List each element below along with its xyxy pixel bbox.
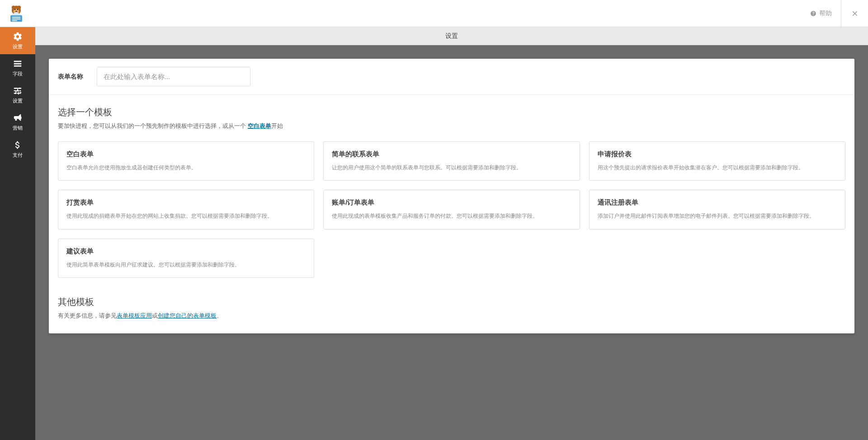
svg-point-6 [15,11,17,12]
template-title: 建议表单 [66,247,306,256]
template-card-contact[interactable]: 简单的联系表单 让您的用户使用这个简单的联系表单与您联系。可以根据需要添加和删除… [323,141,580,181]
template-card-quote[interactable]: 申请报价表 用这个预先提出的请求报价表单开始收集潜在客户。您可以根据需要添加和删… [589,141,845,181]
svg-point-4 [14,9,16,10]
form-name-label: 表单名称 [58,73,83,81]
template-title: 账单/订单表单 [332,198,571,207]
sidebar-item-fields[interactable]: 字段 [0,54,35,81]
svg-point-13 [19,87,21,89]
svg-rect-8 [12,17,20,18]
template-desc: 用这个预先提出的请求报价表单开始收集潜在客户。您可以根据需要添加和删除字段。 [598,163,837,172]
template-title: 简单的联系表单 [332,150,571,159]
template-card-donation[interactable]: 打赏表单 使用此现成的捐赠表单开始在您的网站上收集捐款。您可以根据需要添加和删除… [58,190,314,229]
template-card-newsletter[interactable]: 通讯注册表单 添加订户并使用此邮件订阅表单增加您的电子邮件列表。您可以根据需要添… [589,190,845,229]
template-desc: 使用此简单表单模板向用户征求建议。您可以根据需要添加和删除字段。 [66,260,306,269]
sidebar-item-label: 支付 [13,152,23,159]
sidebar-item-payments[interactable]: 支付 [0,136,35,163]
svg-point-2 [18,5,21,9]
close-button[interactable] [841,0,868,27]
template-desc: 使用此现成的表单模板收集产品和服务订单的付款。您可以根据需要添加和删除字段。 [332,211,571,220]
form-name-row: 表单名称 [49,59,854,95]
select-template-title: 选择一个模板 [58,106,845,118]
template-title: 空白表单 [66,150,306,159]
sidebar-item-label: 营销 [13,125,23,131]
templates-addon-link[interactable]: 表单模板应用 [117,312,152,319]
main-panel: 表单名称 选择一个模板 要加快进程，您可以从我们的一个预先制作的模板中进行选择，… [49,59,854,333]
template-desc: 使用此现成的捐赠表单开始在您的网站上收集捐款。您可以根据需要添加和删除字段。 [66,211,306,220]
extra-templates-text: 有关更多信息，请参见表单模板应用或创建您自己的表单模板。 [58,312,845,320]
template-title: 打赏表单 [66,198,306,207]
sliders-icon [13,86,23,96]
sidebar-item-label: 设置 [13,98,23,104]
template-title: 申请报价表 [598,150,837,159]
template-card-billing[interactable]: 账单/订单表单 使用此现成的表单模板收集产品和服务订单的付款。您可以根据需要添加… [323,190,580,229]
close-icon [851,9,859,18]
template-title: 通讯注册表单 [598,198,837,207]
template-grid: 空白表单 空白表单允许您使用拖放生成器创建任何类型的表单。 简单的联系表单 让您… [58,141,845,278]
svg-rect-9 [12,19,20,19]
template-desc: 让您的用户使用这个简单的联系表单与您联系。可以根据需要添加和删除字段。 [332,163,571,172]
gear-icon [13,32,23,42]
help-label: 帮助 [819,9,832,18]
template-card-suggestion[interactable]: 建议表单 使用此简单表单模板向用户征求建议。您可以根据需要添加和删除字段。 [58,239,314,278]
sidebar-item-label: 设置 [13,43,23,50]
template-desc: 添加订户并使用此邮件订阅表单增加您的电子邮件列表。您可以根据需要添加和删除字段。 [598,211,837,220]
select-template-subtitle: 要加快进程，您可以从我们的一个预先制作的模板中进行选择，或从一个 空白表单开始 [58,122,845,130]
sidebar-item-marketing[interactable]: 营销 [0,108,35,136]
help-icon [810,10,816,17]
template-desc: 空白表单允许您使用拖放生成器创建任何类型的表单。 [66,163,306,172]
sidebar: 设置 字段 设置 营销 [0,27,35,440]
sidebar-item-setup[interactable]: 设置 [0,27,35,54]
fields-icon [13,59,23,69]
dollar-icon [13,140,23,150]
svg-point-5 [17,9,18,10]
extra-templates-title: 其他模板 [58,296,845,308]
create-own-template-link[interactable]: 创建您自己的表单模板 [158,312,217,319]
content-header: 设置 [35,27,868,45]
svg-point-1 [12,5,15,9]
svg-rect-10 [12,20,17,21]
topbar: 帮助 [0,0,868,27]
content-header-title: 设置 [445,32,458,40]
template-card-blank[interactable]: 空白表单 空白表单允许您使用拖放生成器创建任何类型的表单。 [58,141,314,181]
sidebar-item-settings[interactable]: 设置 [0,81,35,108]
sidebar-item-label: 字段 [13,70,23,77]
content: 设置 表单名称 选择一个模板 要加快进程，您可以从我们的一个预先制作的模板中进行… [35,27,868,440]
blank-form-link[interactable]: 空白表单 [248,122,271,129]
svg-point-12 [17,90,19,92]
help-link[interactable]: 帮助 [801,9,841,18]
form-name-input[interactable] [97,67,250,86]
svg-point-11 [15,92,17,94]
app-logo [5,3,27,24]
bullhorn-icon [13,113,23,123]
